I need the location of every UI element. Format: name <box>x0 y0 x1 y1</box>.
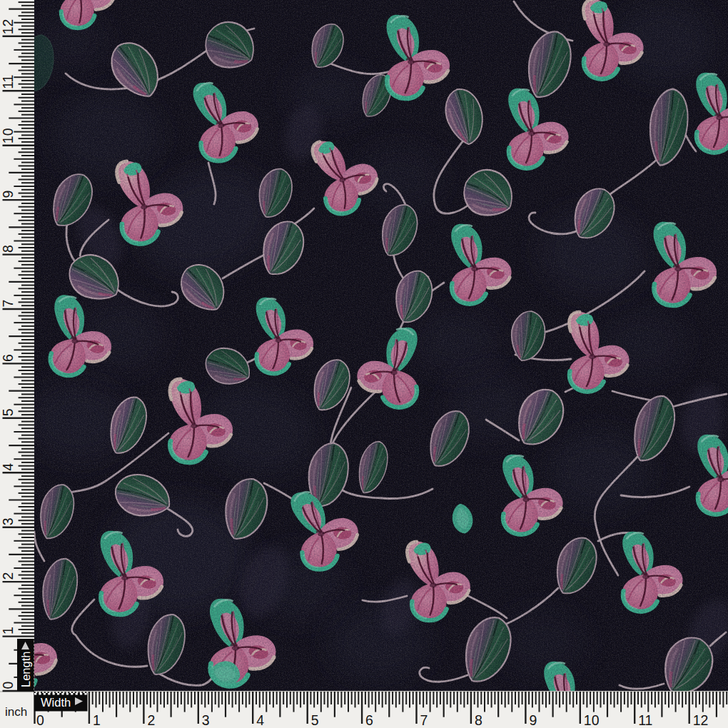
svg-text:11: 11 <box>0 75 16 89</box>
svg-text:Length: Length <box>19 652 32 687</box>
svg-text:inch: inch <box>5 705 27 719</box>
svg-text:10: 10 <box>584 712 600 728</box>
svg-text:0: 0 <box>0 682 16 689</box>
svg-text:Width: Width <box>41 696 71 709</box>
svg-text:3: 3 <box>202 712 210 728</box>
svg-text:3: 3 <box>0 517 16 525</box>
svg-text:5: 5 <box>311 712 319 728</box>
svg-text:12: 12 <box>693 712 709 728</box>
svg-text:9: 9 <box>0 191 16 198</box>
svg-text:2: 2 <box>147 712 155 728</box>
svg-text:8: 8 <box>475 712 482 728</box>
svg-text:11: 11 <box>638 712 652 728</box>
svg-text:9: 9 <box>529 712 537 728</box>
svg-text:6: 6 <box>365 712 373 728</box>
svg-text:4: 4 <box>0 463 16 471</box>
svg-text:2: 2 <box>0 572 16 580</box>
svg-text:0: 0 <box>36 712 44 728</box>
svg-text:5: 5 <box>0 408 16 416</box>
svg-text:7: 7 <box>420 712 428 728</box>
svg-text:8: 8 <box>0 245 16 253</box>
svg-text:6: 6 <box>0 354 16 362</box>
svg-text:10: 10 <box>0 128 16 143</box>
svg-text:1: 1 <box>0 627 16 635</box>
svg-text:1: 1 <box>93 712 101 728</box>
svg-text:4: 4 <box>256 712 264 728</box>
svg-text:7: 7 <box>0 300 16 308</box>
svg-text:12: 12 <box>0 19 16 35</box>
